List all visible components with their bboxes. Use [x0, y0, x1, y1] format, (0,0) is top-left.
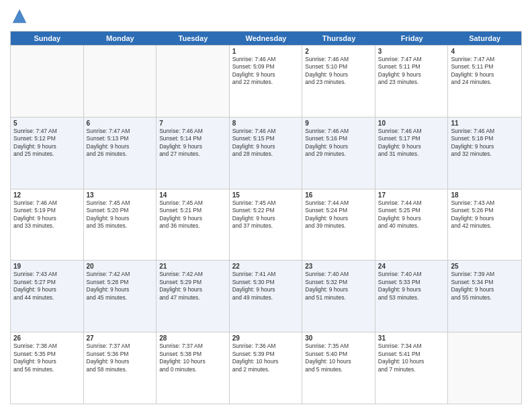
- week-row-2: 12Sunrise: 7:46 AM Sunset: 5:19 PM Dayli…: [11, 189, 521, 261]
- day-info: Sunrise: 7:46 AM Sunset: 5:15 PM Dayligh…: [232, 128, 300, 158]
- day-cell-18: 18Sunrise: 7:43 AM Sunset: 5:26 PM Dayli…: [448, 189, 521, 261]
- day-number: 11: [451, 120, 519, 127]
- day-number: 12: [13, 191, 81, 199]
- day-cell-7: 7Sunrise: 7:46 AM Sunset: 5:14 PM Daylig…: [157, 118, 230, 189]
- day-number: 10: [378, 120, 445, 127]
- day-cell-30: 30Sunrise: 7:35 AM Sunset: 5:40 PM Dayli…: [302, 332, 375, 404]
- page: SundayMondayTuesdayWednesdayThursdayFrid…: [0, 0, 532, 411]
- day-number: 3: [378, 48, 445, 55]
- day-info: Sunrise: 7:37 AM Sunset: 5:38 PM Dayligh…: [159, 342, 226, 373]
- day-cell-31: 31Sunrise: 7:34 AM Sunset: 5:41 PM Dayli…: [375, 332, 449, 404]
- day-number: 1: [232, 48, 300, 55]
- day-cell-17: 17Sunrise: 7:44 AM Sunset: 5:25 PM Dayli…: [375, 189, 449, 261]
- day-number: 7: [159, 120, 226, 127]
- header: [10, 7, 522, 26]
- day-info: Sunrise: 7:44 AM Sunset: 5:24 PM Dayligh…: [305, 199, 372, 230]
- day-cell-11: 11Sunrise: 7:46 AM Sunset: 5:18 PM Dayli…: [448, 118, 521, 189]
- day-info: Sunrise: 7:43 AM Sunset: 5:27 PM Dayligh…: [13, 271, 81, 302]
- day-number: 28: [159, 334, 226, 342]
- day-cell-5: 5Sunrise: 7:47 AM Sunset: 5:12 PM Daylig…: [11, 118, 84, 189]
- empty-cell-0-1: [84, 46, 157, 117]
- day-cell-26: 26Sunrise: 7:38 AM Sunset: 5:35 PM Dayli…: [11, 332, 84, 404]
- header-day-saturday: Saturday: [448, 32, 521, 45]
- day-cell-28: 28Sunrise: 7:37 AM Sunset: 5:38 PM Dayli…: [157, 332, 230, 404]
- day-cell-2: 2Sunrise: 7:46 AM Sunset: 5:10 PM Daylig…: [302, 46, 375, 117]
- day-number: 2: [305, 48, 372, 55]
- day-cell-9: 9Sunrise: 7:46 AM Sunset: 5:16 PM Daylig…: [302, 118, 375, 189]
- day-info: Sunrise: 7:39 AM Sunset: 5:34 PM Dayligh…: [451, 271, 519, 302]
- week-row-0: 1Sunrise: 7:46 AM Sunset: 5:09 PM Daylig…: [11, 45, 521, 117]
- day-info: Sunrise: 7:45 AM Sunset: 5:22 PM Dayligh…: [232, 199, 300, 230]
- logo: [10, 7, 32, 26]
- day-info: Sunrise: 7:47 AM Sunset: 5:11 PM Dayligh…: [451, 56, 519, 87]
- day-number: 30: [305, 334, 372, 342]
- header-day-sunday: Sunday: [11, 32, 84, 45]
- day-info: Sunrise: 7:47 AM Sunset: 5:12 PM Dayligh…: [13, 128, 81, 158]
- day-info: Sunrise: 7:45 AM Sunset: 5:21 PM Dayligh…: [159, 199, 226, 230]
- day-cell-15: 15Sunrise: 7:45 AM Sunset: 5:22 PM Dayli…: [230, 189, 303, 261]
- day-info: Sunrise: 7:46 AM Sunset: 5:10 PM Dayligh…: [305, 56, 372, 87]
- day-cell-19: 19Sunrise: 7:43 AM Sunset: 5:27 PM Dayli…: [11, 261, 84, 332]
- day-number: 21: [159, 263, 226, 270]
- day-info: Sunrise: 7:43 AM Sunset: 5:26 PM Dayligh…: [451, 199, 519, 230]
- day-number: 19: [13, 263, 81, 270]
- svg-marker-1: [14, 11, 26, 21]
- day-info: Sunrise: 7:38 AM Sunset: 5:35 PM Dayligh…: [13, 342, 81, 373]
- day-number: 4: [451, 48, 519, 55]
- day-cell-22: 22Sunrise: 7:41 AM Sunset: 5:30 PM Dayli…: [230, 261, 303, 332]
- day-info: Sunrise: 7:46 AM Sunset: 5:09 PM Dayligh…: [232, 56, 300, 87]
- day-number: 27: [87, 334, 154, 342]
- day-info: Sunrise: 7:46 AM Sunset: 5:17 PM Dayligh…: [378, 128, 445, 158]
- empty-cell-4-6: [448, 332, 521, 404]
- day-cell-14: 14Sunrise: 7:45 AM Sunset: 5:21 PM Dayli…: [157, 189, 230, 261]
- day-cell-8: 8Sunrise: 7:46 AM Sunset: 5:15 PM Daylig…: [230, 118, 303, 189]
- header-day-tuesday: Tuesday: [157, 32, 230, 45]
- day-number: 6: [87, 120, 154, 127]
- day-cell-3: 3Sunrise: 7:47 AM Sunset: 5:11 PM Daylig…: [375, 46, 449, 117]
- day-number: 22: [232, 263, 300, 270]
- day-cell-10: 10Sunrise: 7:46 AM Sunset: 5:17 PM Dayli…: [375, 118, 449, 189]
- day-info: Sunrise: 7:42 AM Sunset: 5:29 PM Dayligh…: [159, 271, 226, 302]
- day-number: 13: [87, 191, 154, 199]
- day-cell-6: 6Sunrise: 7:47 AM Sunset: 5:13 PM Daylig…: [84, 118, 157, 189]
- header-day-monday: Monday: [84, 32, 157, 45]
- day-info: Sunrise: 7:35 AM Sunset: 5:40 PM Dayligh…: [305, 342, 372, 373]
- day-info: Sunrise: 7:46 AM Sunset: 5:16 PM Dayligh…: [305, 128, 372, 158]
- day-cell-20: 20Sunrise: 7:42 AM Sunset: 5:28 PM Dayli…: [84, 261, 157, 332]
- week-row-4: 26Sunrise: 7:38 AM Sunset: 5:35 PM Dayli…: [11, 332, 521, 404]
- header-day-wednesday: Wednesday: [230, 32, 303, 45]
- empty-cell-0-2: [157, 46, 230, 117]
- day-number: 9: [305, 120, 372, 127]
- day-info: Sunrise: 7:41 AM Sunset: 5:30 PM Dayligh…: [232, 271, 300, 302]
- day-cell-13: 13Sunrise: 7:45 AM Sunset: 5:20 PM Dayli…: [84, 189, 157, 261]
- day-number: 26: [13, 334, 81, 342]
- week-row-1: 5Sunrise: 7:47 AM Sunset: 5:12 PM Daylig…: [11, 117, 521, 189]
- day-number: 31: [378, 334, 445, 342]
- day-info: Sunrise: 7:44 AM Sunset: 5:25 PM Dayligh…: [378, 199, 445, 230]
- day-info: Sunrise: 7:46 AM Sunset: 5:18 PM Dayligh…: [451, 128, 519, 158]
- week-row-3: 19Sunrise: 7:43 AM Sunset: 5:27 PM Dayli…: [11, 260, 521, 332]
- day-number: 24: [378, 263, 445, 270]
- day-number: 18: [451, 191, 519, 199]
- calendar-body: 1Sunrise: 7:46 AM Sunset: 5:09 PM Daylig…: [11, 45, 521, 404]
- day-cell-25: 25Sunrise: 7:39 AM Sunset: 5:34 PM Dayli…: [448, 261, 521, 332]
- calendar-header: SundayMondayTuesdayWednesdayThursdayFrid…: [11, 32, 521, 45]
- day-cell-12: 12Sunrise: 7:46 AM Sunset: 5:19 PM Dayli…: [11, 189, 84, 261]
- day-info: Sunrise: 7:47 AM Sunset: 5:11 PM Dayligh…: [378, 56, 445, 87]
- day-cell-4: 4Sunrise: 7:47 AM Sunset: 5:11 PM Daylig…: [448, 46, 521, 117]
- day-info: Sunrise: 7:46 AM Sunset: 5:14 PM Dayligh…: [159, 128, 226, 158]
- day-number: 16: [305, 191, 372, 199]
- day-info: Sunrise: 7:40 AM Sunset: 5:33 PM Dayligh…: [378, 271, 445, 302]
- day-info: Sunrise: 7:34 AM Sunset: 5:41 PM Dayligh…: [378, 342, 445, 373]
- day-info: Sunrise: 7:46 AM Sunset: 5:19 PM Dayligh…: [13, 199, 81, 230]
- day-info: Sunrise: 7:45 AM Sunset: 5:20 PM Dayligh…: [87, 199, 154, 230]
- day-number: 5: [13, 120, 81, 127]
- day-number: 14: [159, 191, 226, 199]
- day-info: Sunrise: 7:36 AM Sunset: 5:39 PM Dayligh…: [232, 342, 300, 373]
- day-info: Sunrise: 7:40 AM Sunset: 5:32 PM Dayligh…: [305, 271, 372, 302]
- day-cell-1: 1Sunrise: 7:46 AM Sunset: 5:09 PM Daylig…: [230, 46, 303, 117]
- day-number: 23: [305, 263, 372, 270]
- day-number: 15: [232, 191, 300, 199]
- header-day-thursday: Thursday: [302, 32, 375, 45]
- header-day-friday: Friday: [375, 32, 449, 45]
